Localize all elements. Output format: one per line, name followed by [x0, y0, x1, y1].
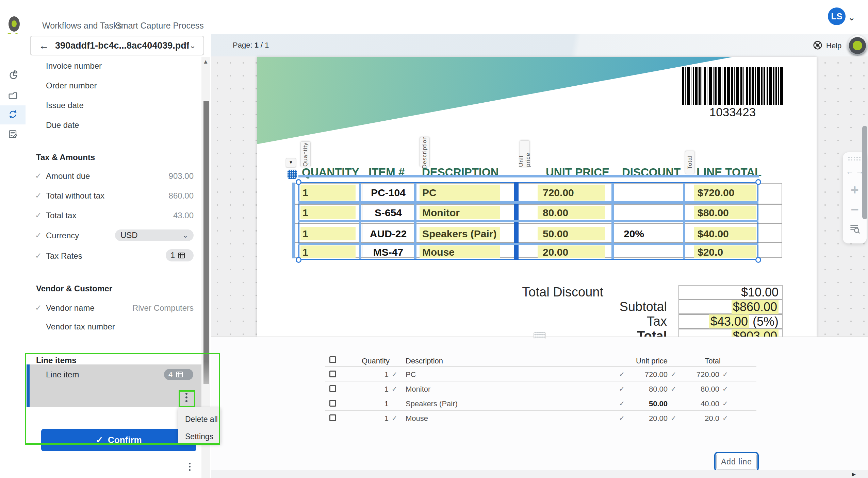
field-value: 903.00: [169, 171, 194, 181]
nav-notes[interactable]: [0, 125, 26, 144]
field-due-date[interactable]: Due date: [46, 120, 79, 130]
tax-value[interactable]: $43.00 (5%): [678, 314, 783, 329]
page-current: 1: [255, 41, 259, 49]
help-lifebuoy-icon: [813, 40, 823, 52]
document-title-card[interactable]: ← 390addf1-bc4c...8ac404039.pdf ⌄: [30, 36, 204, 55]
assistant-green-dot: [853, 41, 862, 50]
back-arrow-icon[interactable]: ←: [39, 40, 49, 51]
fields-panel: Invoice number Order number Issue date D…: [26, 57, 201, 478]
panel-scroll-up-icon[interactable]: ▲: [203, 58, 209, 65]
subtotal-label: Subtotal: [529, 300, 667, 314]
line-item-row[interactable]: 1 ✓ Monitor ✓ 80.00 ✓ 80.00 ✓: [325, 381, 756, 396]
check-icon: ✓: [35, 191, 42, 200]
line-item-context-menu: Delete all Settings: [178, 407, 220, 444]
grid-handle-top-left[interactable]: [296, 179, 301, 185]
pdf-page[interactable]: 1033423 Quantity Description Unit price …: [257, 57, 817, 337]
line-item-block[interactable]: Line item 4: [27, 364, 201, 407]
confirmed-check-icon: ✓: [392, 385, 397, 393]
field-row-total-tax[interactable]: ✓ Total tax 43.00: [26, 210, 196, 222]
search-text-icon[interactable]: [843, 222, 867, 236]
horizontal-scrollbar[interactable]: ▶: [211, 470, 868, 478]
field-order-number[interactable]: Order number: [46, 81, 97, 90]
grid-handle-top-right[interactable]: [755, 179, 761, 185]
column-tooltip-total: Total: [685, 151, 695, 174]
table-grid-icon: [178, 253, 185, 258]
grid-handle-bottom-right[interactable]: [755, 257, 761, 263]
tax-rates-badge[interactable]: 1: [166, 249, 194, 261]
section-line-items: Line items: [36, 356, 77, 365]
grid-handle-bottom-left[interactable]: [296, 257, 301, 263]
active-indicator-bar: [27, 364, 30, 407]
field-row-total-without-tax[interactable]: ✓ Total without tax 860.00: [26, 190, 196, 202]
panel-resize-grip[interactable]: [534, 332, 546, 339]
panel-scrollbar-thumb[interactable]: [203, 101, 209, 384]
help-button[interactable]: Help: [813, 40, 841, 52]
add-line-button[interactable]: Add line: [714, 452, 759, 472]
currency-value: USD: [120, 231, 138, 240]
line-item-kebab-button[interactable]: [181, 391, 192, 406]
field-row-vendor-name[interactable]: ✓ Vendor name River Computers: [26, 303, 196, 314]
total-discount-label: Total Discount: [495, 285, 603, 300]
folder-icon: [8, 89, 18, 101]
menu-delete-all[interactable]: Delete all: [178, 415, 220, 424]
confirm-check-icon: ✓: [96, 435, 103, 445]
viewer-scrollbar-thumb[interactable]: [862, 126, 867, 219]
column-tooltip-description: Description: [420, 137, 430, 167]
nav-validation-active[interactable]: [0, 105, 27, 124]
line-item-row[interactable]: 1 ✓ PC ✓ 720.00 ✓ 720.00 ✓: [325, 367, 756, 381]
breadcrumb-workflows[interactable]: Workflows and Tasks: [42, 21, 122, 31]
field-value: 860.00: [169, 191, 194, 201]
confirmed-check-icon: ✓: [722, 414, 728, 422]
check-icon: ✓: [35, 231, 42, 240]
menu-settings[interactable]: Settings: [178, 432, 220, 441]
line-item-row[interactable]: 1 Speakers (Pair) ✓ 50.00 40.00 ✓: [325, 396, 756, 410]
app-root: Workflows and Tasks › Smart Capture Proc…: [0, 0, 868, 478]
field-row-tax-rates: ✓ Tax Rates 1: [26, 248, 196, 261]
pie-chart-icon: [8, 70, 18, 81]
currency-select[interactable]: USD ⌄: [115, 229, 194, 241]
line-item-row[interactable]: 1 ✓ Mouse ✓ 20.00 ✓ 20.0 ✓: [325, 411, 756, 425]
check-icon: ✓: [35, 211, 42, 220]
line-item-count-badge[interactable]: 4: [164, 369, 193, 380]
col-description: Description: [406, 357, 443, 365]
confirmed-check-icon: ✓: [392, 370, 397, 378]
grid-collapse-button[interactable]: ▼: [286, 158, 296, 167]
account-chevron-down-icon[interactable]: ⌄: [848, 12, 855, 23]
check-icon: ✓: [35, 171, 42, 181]
page-indicator: Page: 1 / 1: [233, 41, 269, 50]
field-invoice-number[interactable]: Invoice number: [46, 61, 102, 71]
field-row-currency: ✓ Currency USD ⌄: [26, 228, 196, 242]
field-row-vendor-tax-number[interactable]: Vendor tax number: [26, 321, 196, 333]
breadcrumb-separator-icon: ›: [106, 21, 109, 30]
panel-bottom-kebab-button[interactable]: [186, 461, 193, 475]
breadcrumb-process[interactable]: Smart Capture Process: [115, 21, 204, 31]
grid-select-columns-button[interactable]: [288, 170, 297, 179]
avatar[interactable]: LS: [828, 7, 846, 25]
grand-total-value[interactable]: $903.00: [678, 329, 783, 337]
sync-arrows-icon: [8, 109, 18, 121]
toolbar-drag-handle[interactable]: [848, 156, 862, 161]
line-items-table-header: Quantity Description Unit price Total: [325, 355, 756, 366]
document-title: 390addf1-bc4c...8ac404039.pdf: [55, 40, 189, 51]
invoice-decorative-band: [257, 57, 733, 144]
document-chevron-down-icon[interactable]: ⌄: [189, 41, 196, 50]
line-item-count: 4: [168, 370, 173, 379]
confirm-button[interactable]: ✓ Confirm: [41, 429, 196, 451]
field-value: 43.00: [173, 211, 194, 220]
barcode: [682, 67, 783, 105]
tax-label: Tax: [529, 314, 667, 329]
nav-documents[interactable]: [0, 86, 26, 105]
currency-chevron-down-icon: ⌄: [182, 231, 188, 239]
scroll-right-arrow-icon[interactable]: ▶: [852, 471, 856, 477]
notepad-edit-icon: [8, 129, 18, 140]
grand-total-label: Total: [529, 329, 667, 337]
total-discount-value[interactable]: $10.00: [678, 285, 783, 300]
field-row-amount-due[interactable]: ✓ Amount due 903.00: [26, 171, 196, 182]
tax-rates-count: 1: [170, 251, 175, 260]
subtotal-value[interactable]: $860.00: [678, 300, 783, 314]
confirmed-check-icon: ✓: [722, 399, 728, 408]
field-issue-date[interactable]: Issue date: [46, 101, 84, 110]
confirmed-check-icon: ✓: [722, 370, 728, 378]
nav-dashboard[interactable]: [0, 66, 26, 85]
assistant-button[interactable]: [847, 35, 868, 56]
